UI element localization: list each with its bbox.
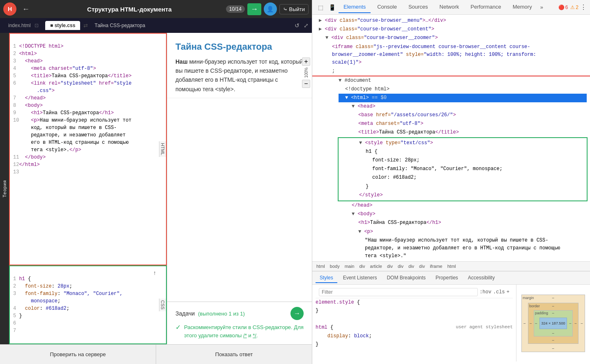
show-answer-button[interactable]: Показать ответ (156, 345, 312, 364)
task-link-2: */ (253, 332, 256, 339)
page-breadcrumb: Тайна CSS-редактора (94, 23, 145, 28)
progress-badge: 10/14 (226, 5, 245, 13)
breadcrumb-div5[interactable]: div (418, 264, 426, 269)
side-teoria-label: Теория (0, 33, 9, 344)
html-tab-close[interactable]: ⊡ (35, 23, 39, 28)
border-top-val: − (552, 304, 555, 309)
border-left-val: − (530, 321, 532, 325)
padding-bottom-val: − (552, 331, 555, 336)
dom-line[interactable]: ▶ <div class="course-browser__menu">…</d… (312, 16, 590, 25)
devtools-tab-memory[interactable]: Memory (508, 1, 537, 13)
breadcrumb-html2[interactable]: html (447, 264, 457, 269)
zoom-controls: + 100% − (302, 58, 310, 88)
breadcrumb-iframe[interactable]: iframe (429, 264, 443, 269)
teoria-label: Теория (2, 180, 7, 198)
top-bar: H ← Структура HTML-документа 10/14 → 👤 ⤷… (0, 0, 312, 18)
styles-tab-event-listeners[interactable]: Event Listeners (339, 273, 381, 283)
avatar: 👤 (264, 2, 277, 16)
content-area: Теория 1 <!DOCTYPE html> 2 <html> 3 <hea… (0, 33, 312, 344)
margin-label: margin (523, 296, 534, 300)
tasks-next-button[interactable]: → (290, 307, 304, 320)
tasks-title: Задачи (175, 310, 195, 317)
task-link-1: /* (243, 332, 247, 339)
devtools-tab-elements[interactable]: Elements (339, 1, 371, 13)
padding-label: padding (535, 311, 548, 315)
add-style-button[interactable]: + (507, 289, 509, 295)
styles-tab-dom-breakpoints[interactable]: DOM Breakpoints (383, 273, 430, 283)
preview-text: Наш мини-браузер использует тот код, кот… (175, 57, 304, 94)
styles-tab-accessibility[interactable]: Accessibility (464, 273, 499, 283)
breadcrumb-div2[interactable]: div (386, 264, 394, 269)
devtools-tab-sources[interactable]: Sources (403, 1, 433, 13)
breadcrumb-div4[interactable]: div (408, 264, 415, 269)
zoom-plus[interactable]: + (302, 58, 310, 66)
left-panel: H ← Структура HTML-документа 10/14 → 👤 ⤷… (0, 0, 312, 364)
devtools-more-tabs[interactable]: » (540, 4, 543, 10)
zoom-minus[interactable]: − (302, 80, 310, 88)
warn-badge[interactable]: ⚠ 2 (570, 5, 578, 10)
devtools-device-icon[interactable]: 📱 (327, 2, 337, 12)
styles-content: :hov .cls + element.style { } user agent… (312, 285, 590, 362)
element-style-block: element.style { } (316, 298, 513, 315)
dom-line[interactable]: ▶ <div class="course-browser__content"> (312, 25, 590, 34)
css-editor[interactable]: ↑ 1 h1 { 2 font-size: 28px; 3 font-famil… (9, 265, 167, 344)
cls-button[interactable]: .cls (493, 289, 505, 295)
breadcrumb-main[interactable]: main (344, 264, 355, 269)
exit-button[interactable]: ⤷ Выйти (279, 4, 309, 14)
error-badge[interactable]: 🔴 6 (558, 5, 568, 10)
styles-filter-input[interactable] (319, 288, 478, 296)
breadcrumb-body[interactable]: body (329, 264, 341, 269)
tab-separator: ⇄ (82, 23, 90, 29)
task-text: Раскомментируйте стили в CSS-редакторе. … (184, 323, 304, 339)
styles-tabs: Styles Event Listeners DOM Breakpoints P… (312, 272, 590, 285)
margin-bottom-val: − (552, 346, 555, 351)
html-editor[interactable]: 1 <!DOCTYPE html> 2 <html> 3 <head> 4 <m… (9, 33, 167, 265)
styles-filter-bar: :hov .cls + (316, 286, 513, 298)
devtools-tab-console[interactable]: Console (372, 1, 402, 13)
html-style-block: user agent stylesheet html { display: bl… (316, 323, 513, 348)
devtools-tab-performance[interactable]: Performance (466, 1, 506, 13)
tabs-bar: index.html ⊡ ■ style.css ⇄ Тайна CSS-ред… (0, 18, 312, 33)
box-model-panel: margin − − − − border − − − − (516, 285, 590, 362)
tab-html[interactable]: index.html ⊡ (3, 21, 44, 30)
dom-line[interactable]: ▼ <div class="course-browser__zoomer"> (312, 34, 590, 42)
css-tab-label: style.css (55, 23, 76, 28)
box-model: margin − − − − border − − − − (521, 295, 585, 352)
styles-tab-properties[interactable]: Properties (431, 273, 462, 283)
dom-line[interactable]: ▼ #document <!doctype html> ▼ <html> == … (312, 76, 590, 261)
html-editor-content[interactable]: 1 <!DOCTYPE html> 2 <html> 3 <head> 4 <m… (10, 34, 166, 265)
content-size: 324 × 187.500 (542, 321, 565, 325)
dom-tree[interactable]: ▶ <div class="course-browser__menu">…</d… (312, 15, 590, 261)
tasks-header: Задачи (выполнено 1 из 1) → (175, 307, 304, 320)
css-label: CSS (159, 299, 166, 311)
breadcrumb-bar: html body main div article div div div d… (312, 261, 590, 271)
forward-button[interactable]: → (247, 3, 261, 15)
preview-section: Тайна CSS-редактора Наш мини-браузер исп… (167, 33, 312, 344)
check-server-button[interactable]: Проверить на сервере (0, 345, 156, 364)
course-title: Структура HTML-документа (35, 6, 224, 13)
back-button[interactable]: ← (19, 3, 33, 15)
padding-left-val: − (535, 321, 537, 325)
hov-button[interactable]: :hov (479, 289, 491, 295)
breadcrumb-html[interactable]: html (316, 264, 326, 269)
editors-section: 1 <!DOCTYPE html> 2 <html> 3 <head> 4 <m… (9, 33, 167, 344)
css-editor-content[interactable]: 1 h1 { 2 font-size: 28px; 3 font-family:… (10, 266, 166, 343)
task-item: ✓ Раскомментируйте стили в CSS-редакторе… (175, 323, 304, 339)
dom-line[interactable]: <iframe class="js--preview-document cour… (312, 43, 559, 67)
breadcrumb-article[interactable]: article (369, 264, 383, 269)
refresh-button[interactable]: ↺ (295, 22, 300, 29)
devtools-menu-button[interactable]: ⋮ (580, 3, 587, 11)
css-arrow-up[interactable]: ↑ (153, 270, 156, 276)
styles-panel: Styles Event Listeners DOM Breakpoints P… (312, 271, 590, 362)
devtools-tab-network[interactable]: Network (435, 1, 464, 13)
breadcrumb-div3[interactable]: div (397, 264, 404, 269)
tasks-count: (выполнено 1 из 1) (198, 311, 245, 317)
css-tab-icon: ■ (50, 23, 53, 28)
tab-css[interactable]: ■ style.css (45, 21, 80, 30)
expand-button[interactable]: ⤢ (304, 22, 309, 29)
user-agent-label: user agent stylesheet (456, 323, 513, 331)
devtools-inspect-icon[interactable]: ⬚ (316, 2, 325, 12)
styles-tab-styles[interactable]: Styles (316, 273, 337, 283)
breadcrumb-div1[interactable]: div (358, 264, 366, 269)
preview-bold: Наш (175, 58, 188, 65)
